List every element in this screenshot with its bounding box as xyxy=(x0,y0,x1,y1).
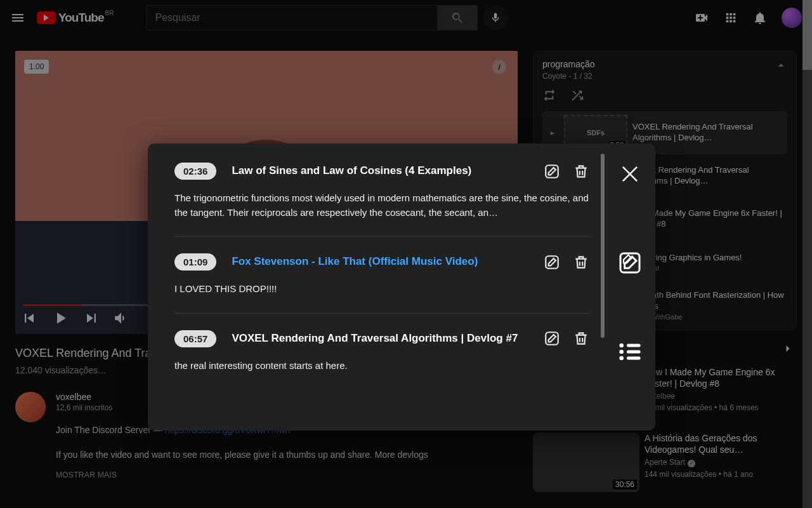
note-timestamp[interactable]: 06:57 xyxy=(174,330,216,347)
note-item: 02:36Law of Sines and Law of Cosines (4 … xyxy=(174,163,589,237)
avatar[interactable] xyxy=(782,8,802,28)
related-meta: 11 mil visualizações • há 6 meses xyxy=(645,403,797,412)
note-item: 01:09Fox Stevenson - Like That (Official… xyxy=(174,253,589,314)
note-timestamp[interactable]: 02:36 xyxy=(174,163,216,180)
video-description-line2: If you like the video and want to see mo… xyxy=(56,448,518,462)
edit-note-button[interactable] xyxy=(544,163,560,180)
search-button[interactable] xyxy=(437,5,478,30)
topbar: YouTube BR xyxy=(0,0,812,36)
playlist-subtitle: Coyote - 1 / 32 xyxy=(542,72,595,81)
youtube-logo[interactable]: YouTube BR xyxy=(37,11,103,25)
related-title: How I Made My Game Engine 6x Faster! | D… xyxy=(645,366,797,389)
notes-scrollbar[interactable] xyxy=(601,154,605,420)
voice-search-button[interactable] xyxy=(483,5,508,30)
info-icon[interactable]: i xyxy=(492,60,506,74)
delete-note-button[interactable] xyxy=(573,330,589,347)
playlist-index: ▸ xyxy=(546,128,559,137)
related-video[interactable]: 30:56A História das Gerações dos Videoga… xyxy=(533,432,797,492)
related-title: A História das Gerações dos Videogames! … xyxy=(645,432,797,455)
apps-button[interactable] xyxy=(723,10,738,25)
play-button[interactable] xyxy=(51,309,70,330)
note-item: 06:57VOXEL Rendering And Traversal Algor… xyxy=(174,330,589,390)
search-box xyxy=(147,5,508,30)
volume-button[interactable] xyxy=(113,310,129,329)
svg-rect-0 xyxy=(546,165,558,178)
channel-avatar[interactable] xyxy=(15,392,46,422)
svg-rect-8 xyxy=(627,351,641,354)
edit-note-button[interactable] xyxy=(544,254,560,271)
related-meta: 144 mil visualizações • há 1 ano xyxy=(645,470,797,479)
previous-button[interactable] xyxy=(20,309,38,330)
hamburger-menu-button[interactable] xyxy=(10,10,25,25)
svg-rect-9 xyxy=(627,357,641,360)
collapse-playlist-button[interactable] xyxy=(775,59,787,74)
related-thumbnail: 30:56 xyxy=(533,432,639,492)
show-more-button[interactable]: MOSTRAR MAIS xyxy=(56,471,518,479)
page-scrollbar[interactable] xyxy=(802,0,812,508)
search-input[interactable] xyxy=(147,5,437,30)
svg-point-4 xyxy=(619,344,624,348)
playlist-item-title: VOXEL Rendering And Traversal Algorithms… xyxy=(632,122,783,144)
note-title: Law of Sines and Law of Cosines (4 Examp… xyxy=(232,164,528,178)
note-body: the real interesting content starts at h… xyxy=(174,359,589,373)
related-channel: Aperte Start✓ xyxy=(645,458,797,467)
loop-button[interactable] xyxy=(542,88,556,105)
close-modal-button[interactable] xyxy=(617,161,643,187)
svg-point-6 xyxy=(619,356,624,361)
svg-point-5 xyxy=(619,350,624,354)
chip-scroll-right[interactable] xyxy=(779,340,797,358)
notes-modal: 02:36Law of Sines and Law of Cosines (4 … xyxy=(148,144,655,431)
note-timestamp[interactable]: 01:09 xyxy=(174,253,216,271)
note-title: VOXEL Rendering And Traversal Algorithms… xyxy=(232,331,528,346)
next-button[interactable] xyxy=(82,309,100,330)
playlist-title: programação xyxy=(542,59,595,69)
youtube-logo-icon xyxy=(37,11,56,24)
country-code: BR xyxy=(105,10,114,17)
notes-list[interactable]: 02:36Law of Sines and Law of Cosines (4 … xyxy=(148,144,601,431)
create-button[interactable] xyxy=(694,10,709,25)
list-view-button[interactable] xyxy=(617,339,643,364)
new-note-button[interactable] xyxy=(617,250,643,276)
notifications-button[interactable] xyxy=(752,10,768,25)
shuffle-button[interactable] xyxy=(570,88,584,105)
note-body: I LOVED THIS DROP!!!! xyxy=(174,282,589,297)
note-title[interactable]: Fox Stevenson - Like That (Official Musi… xyxy=(232,255,528,269)
svg-rect-1 xyxy=(546,256,558,269)
delete-note-button[interactable] xyxy=(573,254,589,271)
delete-note-button[interactable] xyxy=(573,163,589,180)
svg-rect-2 xyxy=(546,332,558,345)
related-channel: voxelbee xyxy=(645,392,797,401)
svg-rect-7 xyxy=(627,344,641,347)
note-body: The trigonometric functions most widely … xyxy=(174,191,589,220)
ad-badge: 1.00 xyxy=(24,60,49,74)
youtube-logo-text: YouTube xyxy=(58,11,103,25)
edit-note-button[interactable] xyxy=(544,330,560,347)
